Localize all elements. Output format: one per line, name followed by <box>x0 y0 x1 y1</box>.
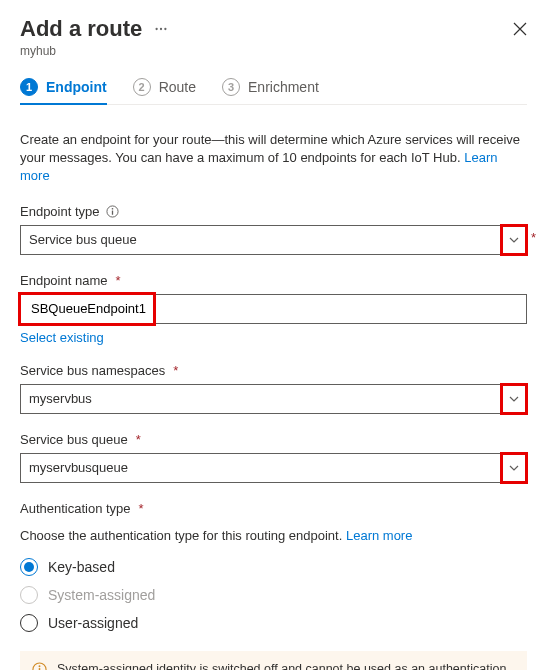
more-icon[interactable] <box>154 22 168 36</box>
tab-label: Endpoint <box>46 79 107 95</box>
endpoint-type-label: Endpoint type <box>20 204 100 219</box>
banner-message: System-assigned identity is switched off… <box>57 661 515 670</box>
tab-label: Enrichment <box>248 79 319 95</box>
required-indicator: * <box>136 432 141 447</box>
dropdown-value: Service bus queue <box>29 232 518 247</box>
page-title: Add a route <box>20 16 142 42</box>
radio-icon <box>20 558 38 576</box>
close-icon[interactable] <box>513 22 527 36</box>
select-existing-link[interactable]: Select existing <box>20 330 104 345</box>
endpoint-name-input[interactable] <box>29 300 518 317</box>
radio-user-assigned[interactable]: User-assigned <box>20 609 527 637</box>
sb-queue-label: Service bus queue <box>20 432 128 447</box>
dropdown-value: myservbusqueue <box>29 460 518 475</box>
radio-icon <box>20 614 38 632</box>
radio-label: Key-based <box>48 559 115 575</box>
auth-type-help: Choose the authentication type for this … <box>20 528 527 543</box>
svg-point-2 <box>164 28 166 30</box>
tab-num: 1 <box>20 78 38 96</box>
radio-label: System-assigned <box>48 587 155 603</box>
wizard-tabs: 1 Endpoint 2 Route 3 Enrichment <box>20 78 527 105</box>
tab-label: Route <box>159 79 196 95</box>
chevron-down-icon <box>508 234 520 246</box>
svg-point-0 <box>156 28 158 30</box>
info-banner: System-assigned identity is switched off… <box>20 651 527 670</box>
tab-num: 3 <box>222 78 240 96</box>
radio-label: User-assigned <box>48 615 138 631</box>
radio-system-assigned: System-assigned <box>20 581 527 609</box>
sb-namespaces-label: Service bus namespaces <box>20 363 165 378</box>
sb-queue-dropdown[interactable]: myservbusqueue <box>20 453 527 483</box>
chevron-down-icon <box>508 393 520 405</box>
info-icon[interactable] <box>106 205 119 218</box>
radio-key-based[interactable]: Key-based <box>20 553 527 581</box>
auth-learn-more-link[interactable]: Learn more <box>346 528 412 543</box>
required-indicator: * <box>531 230 536 245</box>
tab-num: 2 <box>133 78 151 96</box>
sb-namespaces-dropdown[interactable]: myservbus <box>20 384 527 414</box>
svg-point-7 <box>39 665 41 667</box>
required-indicator: * <box>139 501 144 516</box>
dropdown-value: myservbus <box>29 391 518 406</box>
auth-type-label: Authentication type <box>20 501 131 516</box>
svg-point-1 <box>160 28 162 30</box>
endpoint-name-label: Endpoint name <box>20 273 107 288</box>
svg-point-4 <box>111 207 113 209</box>
info-icon <box>32 662 47 670</box>
required-indicator: * <box>173 363 178 378</box>
chevron-down-icon <box>508 462 520 474</box>
endpoint-name-input-wrapper <box>20 294 527 324</box>
tab-endpoint[interactable]: 1 Endpoint <box>20 78 107 104</box>
required-indicator: * <box>115 273 120 288</box>
svg-rect-5 <box>111 210 112 214</box>
radio-icon <box>20 586 38 604</box>
endpoint-type-dropdown[interactable]: Service bus queue * <box>20 225 527 255</box>
resource-name: myhub <box>20 44 527 58</box>
tab-enrichment[interactable]: 3 Enrichment <box>222 78 319 104</box>
tab-route[interactable]: 2 Route <box>133 78 196 104</box>
description-text: Create an endpoint for your route—this w… <box>20 131 527 186</box>
